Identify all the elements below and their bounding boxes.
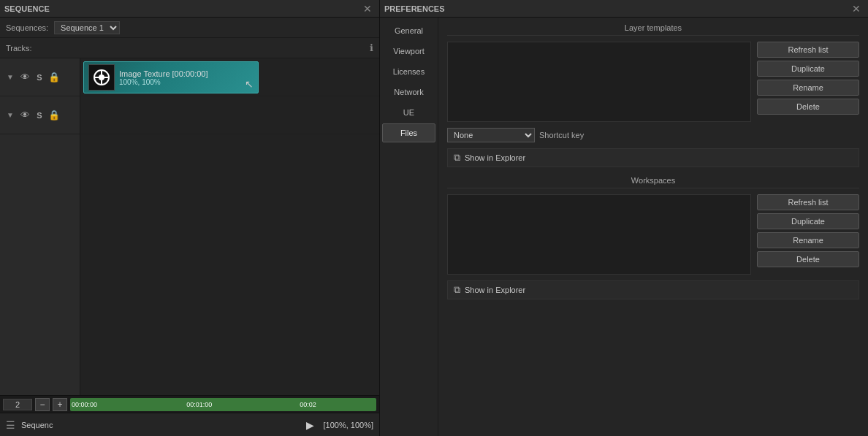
track-eye-icon-1[interactable]: 👁: [19, 72, 31, 83]
tracks-header: Tracks: ℹ: [0, 38, 379, 58]
tracks-label: Tracks:: [6, 44, 370, 53]
track-eye-icon-2[interactable]: 👁: [19, 110, 31, 121]
clip-info: Image Texture [00:00:00] 100%, 100%: [119, 69, 208, 86]
hamburger-icon[interactable]: ☰: [6, 419, 15, 431]
time-marker-1: 00:01:00: [186, 401, 212, 408]
layer-templates-row: Refresh list Duplicate Rename Delete: [447, 42, 859, 122]
timeline-ruler: 2 − + 00:00:00 00:01:00 00:02: [0, 395, 379, 413]
bottom-seq-name: Sequenc: [21, 421, 297, 429]
layer-shortcut-dropdown[interactable]: None: [447, 128, 535, 142]
sequence-panel: SEQUENCE ✕ Sequences: Sequence 1 Tracks:…: [0, 0, 380, 436]
frame-minus-button[interactable]: −: [35, 398, 50, 411]
ws-explorer-icon: ⧉: [454, 284, 460, 296]
preferences-body: General Viewport Licenses Network UE Fil…: [380, 18, 868, 436]
layer-explorer-icon: ⧉: [454, 152, 460, 164]
sequences-header: Sequences: Sequence 1: [0, 18, 379, 38]
track-s-icon-2[interactable]: S: [34, 110, 45, 121]
nav-item-network[interactable]: Network: [382, 83, 435, 102]
preferences-title: PREFERENCES: [384, 4, 849, 13]
track-controls: ▼ 👁 S 🔒 ▼ 👁 S 🔒: [0, 58, 80, 395]
ws-refresh-button[interactable]: Refresh list: [757, 194, 859, 210]
layer-templates-title: Layer templates: [447, 23, 859, 36]
track-lock-icon-2[interactable]: 🔒: [48, 110, 60, 121]
ws-duplicate-button[interactable]: Duplicate: [757, 213, 859, 229]
preferences-titlebar: PREFERENCES ✕: [380, 0, 868, 18]
clip-meta: 100%, 100%: [119, 78, 208, 86]
track-row-2: [80, 96, 379, 134]
sequence-titlebar: SEQUENCE ✕: [0, 0, 379, 18]
layer-delete-button[interactable]: Delete: [757, 99, 859, 115]
sequence-dropdown[interactable]: Sequence 1: [54, 21, 120, 34]
layer-duplicate-button[interactable]: Duplicate: [757, 61, 859, 77]
layer-explorer-row[interactable]: ⧉ Show in Explorer: [447, 148, 859, 167]
layer-refresh-button[interactable]: Refresh list: [757, 42, 859, 58]
preferences-sidebar: General Viewport Licenses Network UE Fil…: [380, 18, 438, 436]
track-clip[interactable]: Image Texture [00:00:00] 100%, 100% ↖: [83, 61, 259, 93]
time-marker-2: 00:02: [300, 401, 316, 408]
time-marker-0: 00:00:00: [72, 401, 97, 408]
track-row-1: Image Texture [00:00:00] 100%, 100% ↖: [80, 58, 379, 96]
ws-rename-button[interactable]: Rename: [757, 232, 859, 248]
layer-explorer-label: Show in Explorer: [465, 153, 525, 162]
track-expand-icon-1[interactable]: ▼: [4, 72, 16, 83]
nav-item-viewport[interactable]: Viewport: [382, 42, 435, 61]
workspaces-row: Refresh list Duplicate Rename Delete: [447, 194, 859, 275]
layer-templates-list[interactable]: [447, 42, 751, 122]
nav-item-licenses[interactable]: Licenses: [382, 62, 435, 81]
workspaces-buttons: Refresh list Duplicate Rename Delete: [757, 194, 859, 275]
timeline-track[interactable]: 00:00:00 00:01:00 00:02: [70, 398, 376, 411]
nav-item-ue[interactable]: UE: [382, 103, 435, 122]
clip-name: Image Texture [00:00:00]: [119, 69, 208, 78]
ws-delete-button[interactable]: Delete: [757, 251, 859, 267]
clip-thumbnail: [88, 64, 115, 91]
track-control-row-1: ▼ 👁 S 🔒: [0, 58, 80, 96]
sequence-title: SEQUENCE: [4, 4, 360, 13]
svg-point-1: [99, 74, 104, 80]
track-lock-icon-1[interactable]: 🔒: [48, 72, 60, 83]
ws-explorer-label: Show in Explorer: [465, 286, 525, 294]
workspaces-explorer-row[interactable]: ⧉ Show in Explorer: [447, 280, 859, 299]
sequences-label: Sequences:: [6, 23, 48, 32]
preferences-close-button[interactable]: ✕: [849, 2, 864, 15]
zoom-info: [100%, 100%]: [324, 421, 374, 429]
layer-templates-buttons: Refresh list Duplicate Rename Delete: [757, 42, 859, 122]
track-s-icon-1[interactable]: S: [34, 72, 45, 83]
frame-plus-button[interactable]: +: [53, 398, 67, 411]
track-expand-icon-2[interactable]: ▼: [4, 110, 16, 121]
workspaces-title: Workspaces: [447, 176, 859, 188]
track-content: Image Texture [00:00:00] 100%, 100% ↖: [80, 58, 379, 395]
info-icon[interactable]: ℹ: [370, 42, 373, 53]
preferences-panel: PREFERENCES ✕ General Viewport Licenses …: [380, 0, 868, 436]
nav-item-files[interactable]: Files: [382, 123, 435, 142]
sequence-close-button[interactable]: ✕: [360, 2, 375, 15]
play-button[interactable]: ▶: [303, 418, 318, 432]
frame-input[interactable]: 2: [3, 399, 32, 410]
layer-dropdown-row: None Shortcut key: [447, 128, 859, 142]
tracks-area: ▼ 👁 S 🔒 ▼ 👁 S 🔒: [0, 58, 379, 395]
preferences-content: Layer templates Refresh list Duplicate R…: [438, 18, 868, 436]
cursor-icon: ↖: [245, 78, 254, 90]
shortcut-key-label: Shortcut key: [539, 131, 584, 139]
track-control-row-2: ▼ 👁 S 🔒: [0, 96, 80, 134]
workspaces-list[interactable]: [447, 194, 751, 275]
layer-rename-button[interactable]: Rename: [757, 80, 859, 96]
bottom-bar: ☰ Sequenc ▶ [100%, 100%]: [0, 413, 379, 436]
nav-item-general[interactable]: General: [382, 21, 435, 40]
